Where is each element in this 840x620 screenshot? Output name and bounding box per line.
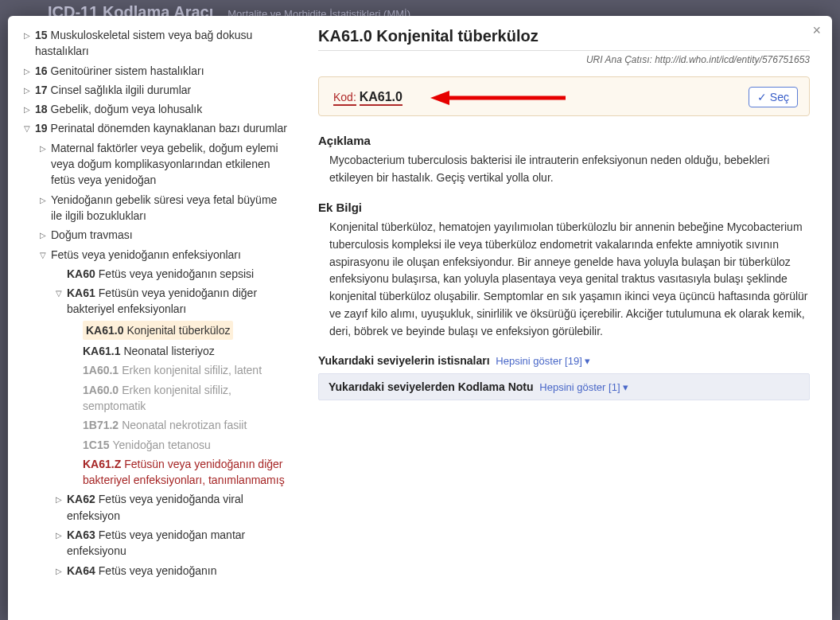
chevron-right-icon[interactable]: ▷ [24, 101, 35, 116]
tree-node[interactable]: ▷KA60Fetüs veya yenidoğanın sepsisi [24, 264, 290, 283]
tree-node-label[interactable]: KA60Fetüs veya yenidoğanın sepsisi [67, 266, 254, 282]
tree-node[interactable]: ▽Fetüs veya yenidoğanın enfeksiyonları [24, 245, 290, 264]
chevron-down-icon[interactable]: ▽ [40, 247, 51, 262]
arrow-placeholder: ▷ [72, 362, 83, 377]
entity-title: Fetüs veya yenidoğanın enfeksiyonları [51, 248, 241, 261]
chevron-right-icon[interactable]: ▷ [40, 192, 51, 207]
tree-node-label[interactable]: KA63Fetüs veya yenidoğan mantar enfeksiy… [67, 527, 290, 560]
tree-node-label[interactable]: KA64Fetüs veya yenidoğanın [67, 563, 216, 579]
description-text: Mycobacterium tuberculosis bakterisi ile… [329, 152, 810, 186]
chapter-number: 17 [35, 84, 48, 96]
entity-title: Gebelik, doğum veya lohusalık [51, 103, 203, 115]
entity-title: Cinsel sağlıkla ilgili durumlar [51, 84, 192, 96]
arrow-placeholder: ▷ [72, 343, 83, 358]
detail-panel: KA61.0 Konjenital tüberküloz URI Ana Çat… [299, 16, 832, 620]
tree-node-label[interactable]: Fetüs veya yenidoğanın enfeksiyonları [51, 247, 241, 263]
entity-code: KA60 [67, 267, 95, 280]
tree-node-label[interactable]: 1A60.0Erken konjenital sifiliz, semptoma… [83, 382, 290, 415]
tree-node-label[interactable]: 15Muskuloskeletal sistem veya bağ dokusu… [35, 27, 290, 60]
close-icon[interactable]: × [812, 22, 821, 39]
entity-title: Doğum travması [51, 228, 133, 241]
chevron-down-icon[interactable]: ▽ [24, 120, 35, 135]
tree-node[interactable]: ▷KA61.1Neonatal listeriyoz [24, 341, 290, 361]
tree-node[interactable]: ▷1B71.2Neonatal nekrotizan fasiit [24, 415, 290, 435]
tree-node-label[interactable]: KA61Fetüsün veya yenidoğanın diğer bakte… [67, 285, 290, 318]
tree-node-label[interactable]: 16Genitoüriner sistem hastalıkları [35, 63, 204, 79]
entity-code: 1A60.0 [83, 384, 119, 396]
chevron-right-icon[interactable]: ▷ [56, 527, 67, 542]
tree-node-label[interactable]: KA62Fetüs veya yenidoğanda viral enfeksi… [67, 491, 290, 524]
entity-code: KA61.Z [83, 458, 121, 470]
chevron-right-icon[interactable]: ▷ [40, 227, 51, 242]
chevron-right-icon[interactable]: ▷ [56, 563, 67, 578]
tree-node[interactable]: ▷15Muskuloskeletal sistem veya bağ dokus… [24, 25, 290, 61]
entity-title: Genitoüriner sistem hastalıkları [51, 64, 204, 77]
tree-node[interactable]: ▷Doğum travması [24, 225, 290, 244]
entity-code: 1C15 [83, 439, 109, 451]
chevron-right-icon[interactable]: ▷ [24, 27, 35, 42]
tree-node-label[interactable]: 1A60.1Erken konjenital sifiliz, latent [83, 362, 262, 378]
entity-title: Yenidoğan tetanosu [112, 439, 210, 451]
additional-info-text: Konjenital tüberküloz, hematojen yayılım… [329, 219, 810, 340]
entity-code: 1A60.1 [83, 364, 119, 376]
hierarchy-tree[interactable]: ▷15Muskuloskeletal sistem veya bağ dokus… [24, 25, 296, 620]
chapter-number: 16 [35, 64, 48, 77]
tree-node-label[interactable]: KA61.ZFetüsün veya yenidoğanın diğer bak… [83, 456, 290, 489]
additional-info-heading: Ek Bilgi [318, 201, 810, 214]
code-value: KA61.0 [360, 90, 402, 106]
tree-node[interactable]: ▽KA61Fetüsün veya yenidoğanın diğer bakt… [24, 283, 290, 319]
tree-node[interactable]: ▷Yenidoğanın gebelik süresi veya fetal b… [24, 190, 290, 226]
title-divider [318, 50, 810, 51]
tree-node[interactable]: ▷16Genitoüriner sistem hastalıkları [24, 61, 290, 80]
tree-node-label[interactable]: Doğum travması [51, 227, 133, 243]
entity-code: KA63 [67, 528, 95, 541]
tree-node[interactable]: ▽19Perinatal dönemden kaynaklanan bazı d… [24, 119, 290, 138]
entity-code: KA62 [67, 493, 95, 505]
tree-node[interactable]: ▷KA62Fetüs veya yenidoğanda viral enfeks… [24, 489, 290, 525]
svg-marker-1 [430, 91, 449, 105]
tree-node-label[interactable]: 19Perinatal dönemden kaynaklanan bazı du… [35, 120, 287, 136]
chevron-right-icon[interactable]: ▷ [40, 140, 51, 155]
chapter-number: 15 [35, 29, 48, 41]
arrow-placeholder: ▷ [72, 456, 83, 471]
select-button[interactable]: ✓ Seç [749, 87, 798, 107]
tree-node[interactable]: ▷17Cinsel sağlıkla ilgili durumlar [24, 80, 290, 99]
chevron-right-icon[interactable]: ▷ [24, 63, 35, 78]
page-title: KA61.0 Konjenital tüberküloz [318, 27, 810, 50]
hierarchy-tree-panel: ▷15Muskuloskeletal sistem veya bağ dokus… [8, 16, 299, 620]
chevron-right-icon[interactable]: ▷ [24, 82, 35, 97]
tree-node-label[interactable]: 18Gebelik, doğum veya lohusalık [35, 101, 202, 117]
chevron-down-icon[interactable]: ▽ [56, 285, 67, 300]
tree-node[interactable]: ▷KA63Fetüs veya yenidoğan mantar enfeksi… [24, 525, 290, 561]
code-banner: Kod: KA61.0 ✓ Seç [318, 76, 810, 116]
tree-node-label[interactable]: Maternal faktörler veya gebelik, doğum e… [51, 140, 290, 189]
tree-node-label[interactable]: KA61.1Neonatal listeriyoz [83, 343, 215, 359]
exclusions-heading: Yukarıdaki seviyelerin istisnaları [318, 354, 490, 367]
entity-code: KA61.0 [86, 324, 123, 337]
exclusions-show-all-link[interactable]: Hepsini göster [19] ▾ [496, 355, 590, 367]
tree-node[interactable]: ▷1C15Yenidoğan tetanosu [24, 435, 290, 454]
tree-node[interactable]: ▷KA61.0Konjenital tüberküloz [24, 319, 290, 341]
tree-node-label[interactable]: KA61.0Konjenital tüberküloz [83, 321, 233, 340]
entity-code: 1B71.2 [83, 419, 119, 431]
uri-label: URI Ana Çatısı: [586, 54, 652, 65]
tree-node[interactable]: ▷KA61.ZFetüsün veya yenidoğanın diğer ba… [24, 454, 290, 490]
coding-note-heading: Yukarıdaki seviyelerden Kodlama Notu [329, 380, 534, 393]
chapter-number: 19 [35, 122, 48, 135]
tree-node[interactable]: ▷18Gebelik, doğum veya lohusalık [24, 99, 290, 119]
tree-node[interactable]: ▷1A60.1Erken konjenital sifiliz, latent [24, 361, 290, 380]
coding-note-bar: Yukarıdaki seviyelerden Kodlama Notu Hep… [318, 373, 810, 400]
tree-node[interactable]: ▷Maternal faktörler veya gebelik, doğum … [24, 138, 290, 190]
tree-node-label[interactable]: 1C15Yenidoğan tetanosu [83, 437, 211, 453]
tree-node-label[interactable]: 1B71.2Neonatal nekrotizan fasiit [83, 417, 247, 433]
tree-node-label[interactable]: 17Cinsel sağlıkla ilgili durumlar [35, 82, 191, 98]
uri-value: http://id.who.int/icd/entity/576751653 [655, 54, 810, 65]
tree-node[interactable]: ▷KA64Fetüs veya yenidoğanın [24, 561, 290, 580]
annotation-arrow-icon [430, 88, 566, 107]
tree-node-label[interactable]: Yenidoğanın gebelik süresi veya fetal bü… [51, 192, 290, 224]
coding-note-show-all-link[interactable]: Hepsini göster [1] ▾ [539, 381, 628, 393]
chevron-right-icon[interactable]: ▷ [56, 491, 67, 506]
entity-title: Maternal faktörler veya gebelik, doğum e… [51, 142, 278, 187]
arrow-placeholder: ▷ [72, 437, 83, 452]
tree-node[interactable]: ▷1A60.0Erken konjenital sifiliz, semptom… [24, 380, 290, 416]
